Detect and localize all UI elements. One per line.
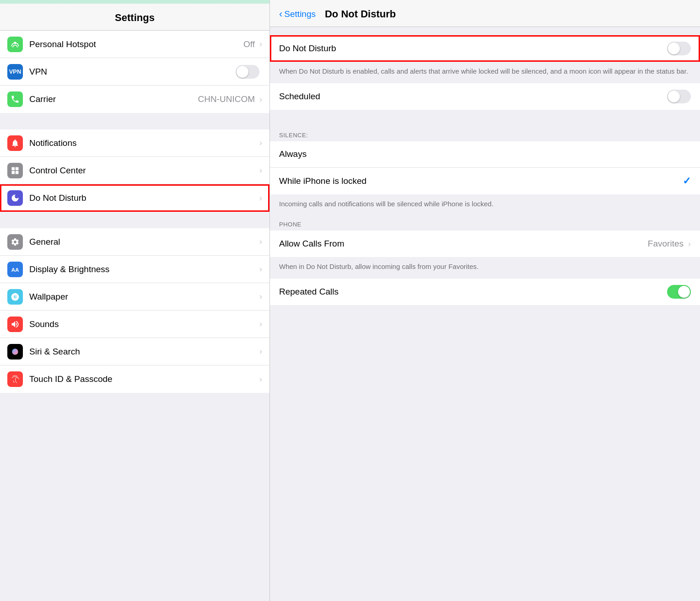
allow-calls-value: Favorites bbox=[648, 239, 684, 249]
dnd-toggle-row[interactable]: Do Not Disturb bbox=[270, 35, 700, 62]
sounds-label: Sounds bbox=[29, 319, 258, 329]
carrier-chevron: › bbox=[259, 95, 262, 104]
siri-search-label: Siri & Search bbox=[29, 347, 258, 357]
right-content: Do Not Disturb When Do Not Disturb is en… bbox=[270, 27, 700, 601]
scheduled-toggle[interactable] bbox=[667, 90, 691, 103]
svg-text:AA: AA bbox=[11, 267, 19, 273]
silence-description: Incoming calls and notifications will be… bbox=[270, 194, 700, 216]
control-center-icon bbox=[7, 163, 23, 178]
back-chevron-icon: ‹ bbox=[279, 8, 282, 20]
back-label: Settings bbox=[284, 9, 316, 19]
display-brightness-chevron: › bbox=[259, 264, 262, 274]
carrier-icon bbox=[7, 91, 23, 107]
touch-id-chevron: › bbox=[259, 375, 262, 384]
wallpaper-label: Wallpaper bbox=[29, 292, 258, 302]
display-brightness-label: Display & Brightness bbox=[29, 264, 258, 274]
general-chevron: › bbox=[259, 237, 262, 247]
notifications-label: Notifications bbox=[29, 138, 258, 148]
display-brightness-icon: AA bbox=[7, 262, 23, 277]
top-gap bbox=[270, 27, 700, 35]
display-brightness-row[interactable]: AA Display & Brightness › bbox=[0, 256, 269, 283]
svg-rect-2 bbox=[16, 167, 19, 170]
right-header: ‹ Settings Do Not Disturb bbox=[270, 0, 700, 27]
svg-point-7 bbox=[12, 349, 18, 354]
control-center-label: Control Center bbox=[29, 166, 258, 176]
control-center-row[interactable]: Control Center › bbox=[0, 157, 269, 184]
vpn-icon: VPN bbox=[7, 64, 23, 80]
dnd-description: When Do Not Disturb is enabled, calls an… bbox=[270, 62, 700, 83]
repeated-calls-label: Repeated Calls bbox=[279, 287, 667, 297]
gap-2 bbox=[0, 212, 269, 228]
always-label: Always bbox=[279, 149, 691, 159]
right-panel: ‹ Settings Do Not Disturb Do Not Disturb… bbox=[270, 0, 700, 601]
repeated-calls-section: Repeated Calls bbox=[270, 279, 700, 305]
siri-search-row[interactable]: Siri & Search › bbox=[0, 338, 269, 365]
sounds-chevron: › bbox=[259, 319, 262, 329]
vpn-toggle[interactable] bbox=[236, 65, 259, 79]
vpn-row[interactable]: VPN VPN bbox=[0, 58, 269, 86]
phone-header: PHONE bbox=[270, 215, 700, 231]
personal-hotspot-value: Off bbox=[243, 39, 255, 49]
sounds-row[interactable]: Sounds › bbox=[0, 311, 269, 338]
personal-hotspot-icon bbox=[7, 37, 23, 52]
phone-section: Allow Calls From Favorites › bbox=[270, 231, 700, 257]
dnd-toggle-section: Do Not Disturb bbox=[270, 35, 700, 62]
while-locked-row[interactable]: While iPhone is locked ✓ bbox=[270, 168, 700, 194]
dnd-toggle[interactable] bbox=[667, 42, 691, 55]
gap-1 bbox=[0, 113, 269, 129]
general-label: General bbox=[29, 237, 258, 247]
control-center-chevron: › bbox=[259, 166, 262, 175]
siri-search-icon bbox=[7, 344, 23, 360]
connectivity-section: Personal Hotspot Off › VPN VPN Carrier C… bbox=[0, 31, 269, 113]
general-icon bbox=[7, 234, 23, 250]
touch-id-row[interactable]: Touch ID & Passcode › bbox=[0, 365, 269, 393]
left-panel: Settings Personal Hotspot Off › VPN VPN bbox=[0, 0, 270, 601]
always-row[interactable]: Always bbox=[270, 141, 700, 168]
while-locked-checkmark: ✓ bbox=[683, 175, 691, 187]
scheduled-label: Scheduled bbox=[279, 91, 667, 102]
repeated-calls-row[interactable]: Repeated Calls bbox=[270, 279, 700, 305]
wallpaper-row[interactable]: Wallpaper › bbox=[0, 283, 269, 311]
phone-description: When in Do Not Disturb, allow incoming c… bbox=[270, 257, 700, 279]
bottom-gap bbox=[270, 305, 700, 328]
settings-list: Personal Hotspot Off › VPN VPN Carrier C… bbox=[0, 31, 269, 601]
do-not-disturb-row[interactable]: Do Not Disturb › bbox=[0, 184, 269, 212]
siri-search-chevron: › bbox=[259, 347, 262, 356]
while-locked-label: While iPhone is locked bbox=[279, 176, 683, 186]
personal-hotspot-row[interactable]: Personal Hotspot Off › bbox=[0, 31, 269, 58]
left-header: Settings bbox=[0, 4, 269, 31]
personal-hotspot-label: Personal Hotspot bbox=[29, 39, 243, 49]
do-not-disturb-chevron: › bbox=[259, 193, 262, 203]
carrier-value: CHN-UNICOM bbox=[198, 94, 255, 104]
display-section: General › AA Display & Brightness › bbox=[0, 228, 269, 393]
system-section: Notifications › Control Center › bbox=[0, 129, 269, 212]
top-color-bar bbox=[0, 0, 269, 4]
allow-calls-chevron: › bbox=[688, 239, 691, 249]
touch-id-label: Touch ID & Passcode bbox=[29, 374, 258, 384]
silence-section: Always While iPhone is locked ✓ bbox=[270, 141, 700, 194]
notifications-row[interactable]: Notifications › bbox=[0, 129, 269, 157]
dnd-toggle-label: Do Not Disturb bbox=[279, 43, 667, 54]
repeated-calls-toggle[interactable] bbox=[667, 285, 691, 299]
vpn-label: VPN bbox=[29, 67, 236, 77]
carrier-label: Carrier bbox=[29, 94, 198, 104]
sounds-icon bbox=[7, 317, 23, 332]
carrier-row[interactable]: Carrier CHN-UNICOM › bbox=[0, 86, 269, 113]
wallpaper-chevron: › bbox=[259, 292, 262, 301]
scheduled-section: Scheduled bbox=[270, 83, 700, 110]
notifications-icon bbox=[7, 135, 23, 151]
back-button[interactable]: ‹ Settings bbox=[279, 8, 316, 20]
wallpaper-icon bbox=[7, 289, 23, 305]
allow-calls-row[interactable]: Allow Calls From Favorites › bbox=[270, 231, 700, 257]
silence-gap bbox=[270, 110, 700, 126]
touch-id-icon bbox=[7, 371, 23, 387]
notifications-chevron: › bbox=[259, 138, 262, 148]
do-not-disturb-label: Do Not Disturb bbox=[29, 193, 258, 203]
silence-header: SILENCE: bbox=[270, 126, 700, 141]
settings-title: Settings bbox=[115, 12, 155, 23]
general-row[interactable]: General › bbox=[0, 228, 269, 256]
svg-rect-3 bbox=[12, 171, 15, 174]
scheduled-row[interactable]: Scheduled bbox=[270, 83, 700, 110]
svg-rect-4 bbox=[16, 171, 19, 174]
personal-hotspot-chevron: › bbox=[259, 39, 262, 49]
